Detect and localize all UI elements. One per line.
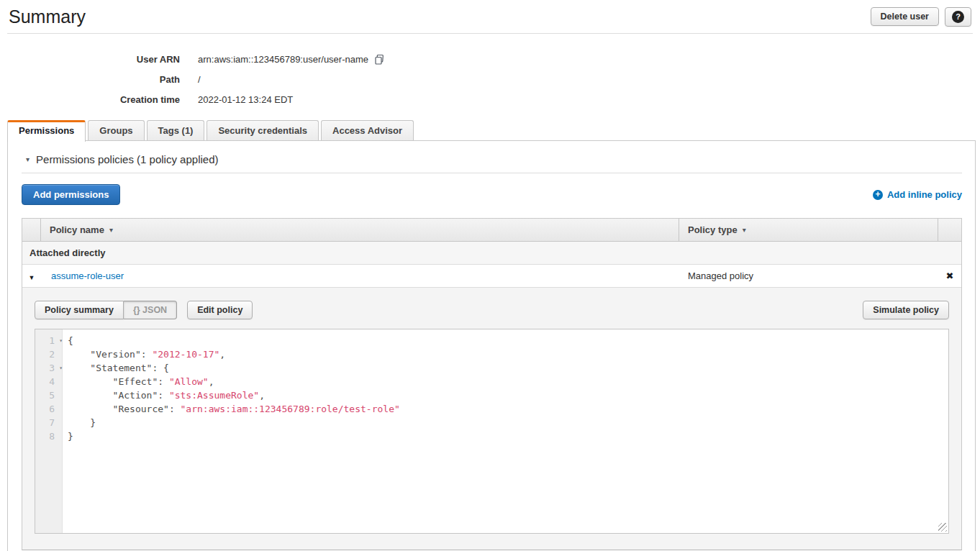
triangle-down-icon: ▼ (29, 274, 35, 281)
tab-bar: Permissions Groups Tags (1) Security cre… (0, 120, 980, 141)
editor-resize-handle[interactable] (938, 523, 947, 532)
field-row-creation-time: Creation time 2022-01-12 13:24 EDT (0, 89, 980, 109)
copy-icon[interactable] (374, 54, 385, 65)
code-line[interactable]: "Resource": "arn:aws:iam::123456789:role… (68, 402, 948, 416)
policy-type-value: Managed policy (679, 270, 938, 281)
tab-permissions[interactable]: Permissions (7, 120, 86, 142)
field-row-user-arn: User ARN arn:aws:iam::123456789:user/use… (0, 49, 980, 69)
tab-access-advisor[interactable]: Access Advisor (321, 120, 414, 141)
policy-detail-toolbar: Policy summary {} JSON Edit policy Simul… (35, 301, 949, 319)
line-number: 7 (35, 416, 62, 429)
code-line[interactable]: "Action": "sts:AssumeRole", (68, 388, 948, 402)
field-row-path: Path / (0, 69, 980, 89)
line-number: 5 (35, 388, 62, 402)
policies-table: Policy name ▾ Policy type ▾ Attached dir… (22, 218, 962, 550)
user-arn-value-wrap: arn:aws:iam::123456789:user/user-name (198, 54, 385, 65)
permissions-policies-toggle[interactable]: ▾ Permissions policies (1 policy applied… (22, 141, 962, 165)
permissions-tab-panel: ▾ Permissions policies (1 policy applied… (7, 140, 976, 551)
expand-column-header (22, 219, 41, 241)
creation-time-label: Creation time (0, 94, 180, 105)
permissions-policies-heading: Permissions policies (1 policy applied) (36, 153, 218, 165)
add-inline-policy-label: Add inline policy (887, 189, 962, 200)
delete-user-button[interactable]: Delete user (871, 7, 939, 26)
line-number: 4 (35, 375, 62, 388)
user-arn-value: arn:aws:iam::123456789:user/user-name (198, 54, 368, 65)
actions-column-header (938, 219, 961, 241)
plus-icon: + (873, 190, 883, 200)
policy-name-header-label: Policy name (50, 224, 104, 235)
sort-caret-icon: ▾ (109, 226, 113, 234)
code-line[interactable]: { (68, 334, 948, 347)
policy-name-column-header[interactable]: Policy name ▾ (41, 219, 679, 241)
policy-type-header-label: Policy type (688, 224, 738, 235)
chevron-down-icon: ▾ (26, 155, 30, 163)
code-line[interactable]: } (68, 429, 948, 443)
policy-row-assume-role-user: ▼ assume-role-user Managed policy ✖ (22, 265, 961, 287)
add-permissions-button[interactable]: Add permissions (22, 184, 120, 205)
sort-caret-icon: ▾ (743, 226, 746, 234)
row-expand-toggle[interactable]: ▼ (22, 270, 41, 283)
line-number: 8 (35, 429, 62, 443)
policy-name-link[interactable]: assume-role-user (41, 270, 679, 281)
detach-policy-button[interactable]: ✖ (938, 270, 961, 281)
attached-directly-group-row: Attached directly (22, 242, 961, 265)
code-line[interactable]: } (68, 416, 948, 429)
line-number: 6 (35, 402, 62, 416)
section-divider (22, 173, 962, 173)
user-summary-fields: User ARN arn:aws:iam::123456789:user/use… (0, 34, 980, 119)
help-icon: ? (952, 11, 964, 23)
fold-arrow-icon[interactable]: ▾ (59, 361, 63, 375)
path-label: Path (0, 74, 180, 85)
policy-actions-row: Add permissions + Add inline policy (22, 184, 962, 205)
page-title: Summary (9, 6, 86, 27)
path-value: / (198, 74, 201, 85)
policies-table-header: Policy name ▾ Policy type ▾ (22, 219, 961, 242)
editor-code-area[interactable]: { "Version": "2012-10-17", "Statement": … (63, 329, 948, 533)
user-arn-label: User ARN (0, 54, 180, 65)
fold-arrow-icon[interactable]: ▾ (59, 334, 63, 347)
simulate-policy-button[interactable]: Simulate policy (863, 301, 949, 319)
tab-security-credentials[interactable]: Security credentials (207, 120, 319, 141)
policy-type-column-header[interactable]: Policy type ▾ (679, 219, 938, 241)
policy-detail-panel: Policy summary {} JSON Edit policy Simul… (22, 287, 961, 550)
edit-policy-button[interactable]: Edit policy (187, 301, 253, 319)
header-actions: Delete user ? (871, 7, 971, 27)
page-header: Summary Delete user ? (7, 0, 973, 34)
json-view-button[interactable]: {} JSON (124, 301, 177, 319)
code-line[interactable]: "Version": "2012-10-17", (68, 347, 948, 361)
line-number: 1▾ (35, 334, 62, 347)
policy-json-editor[interactable]: 1▾23▾45678 { "Version": "2012-10-17", "S… (35, 329, 949, 534)
add-inline-policy-link[interactable]: + Add inline policy (873, 189, 962, 200)
line-number: 3▾ (35, 361, 62, 375)
help-button[interactable]: ? (945, 7, 971, 27)
code-line[interactable]: "Statement": { (68, 361, 948, 375)
tab-tags[interactable]: Tags (1) (147, 120, 205, 141)
creation-time-value: 2022-01-12 13:24 EDT (198, 94, 293, 105)
tab-groups[interactable]: Groups (88, 120, 144, 141)
policy-summary-button[interactable]: Policy summary (35, 301, 124, 319)
code-line[interactable]: "Effect": "Allow", (68, 375, 948, 388)
line-number: 2 (35, 347, 62, 361)
iam-user-summary-page: Summary Delete user ? User ARN arn:aws:i… (0, 0, 980, 551)
editor-line-number-gutter: 1▾23▾45678 (35, 329, 63, 533)
policy-view-segmented-control: Policy summary {} JSON (35, 301, 177, 319)
